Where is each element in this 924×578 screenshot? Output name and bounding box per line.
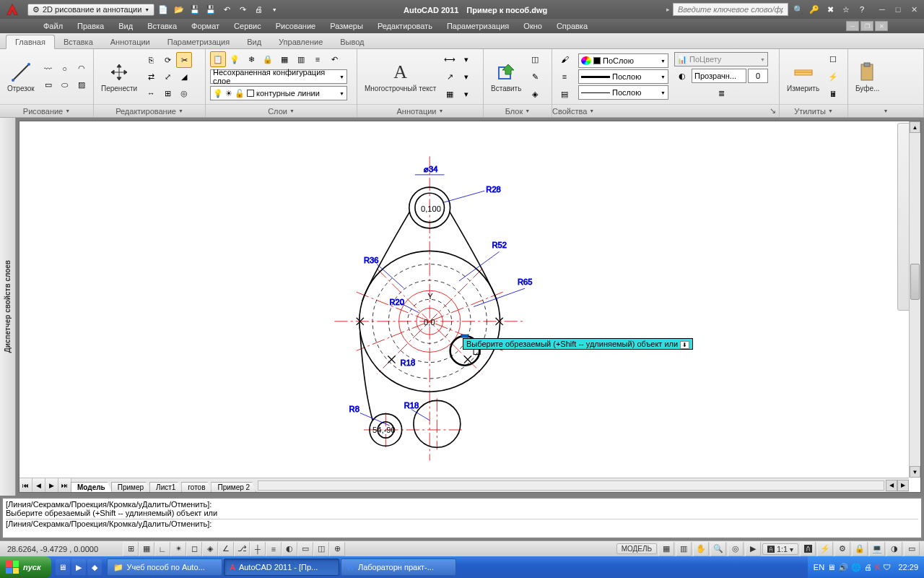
stretch-icon[interactable]: ↔: [143, 85, 159, 101]
anno-auto-icon[interactable]: ⚡: [817, 542, 833, 556]
sheet-nav-last[interactable]: ⏭: [58, 478, 71, 492]
model-space-button[interactable]: МОДЕЛЬ: [616, 543, 657, 554]
doc-close-button[interactable]: ✕: [875, 21, 888, 31]
tpy-toggle[interactable]: ◐: [282, 542, 297, 556]
ribbon-tab-home[interactable]: Главная: [6, 35, 55, 49]
layer-state-dropdown[interactable]: Несохраненная конфигурация слое▼: [210, 69, 347, 84]
offset-icon[interactable]: ◎: [176, 85, 192, 101]
layer-off-icon[interactable]: 💡: [227, 51, 243, 67]
layer-freeze-icon[interactable]: ❄: [243, 51, 259, 67]
layer-prev-icon[interactable]: ↶: [326, 51, 342, 67]
key-icon[interactable]: 🔑: [807, 2, 821, 17]
cmd-prompt[interactable]: [Линия/Секрамка/Проекция/Кромка/уДалить/…: [6, 519, 918, 528]
qat-save-icon[interactable]: 💾: [188, 2, 202, 17]
layer-palette-collapsed[interactable]: Диспетчер свойств слоев: [0, 118, 16, 496]
mirror-icon[interactable]: ⇄: [143, 69, 159, 85]
qview-layouts-icon[interactable]: ▦: [658, 542, 674, 556]
lineweight-dropdown[interactable]: Послою▼: [578, 69, 668, 84]
ducs-toggle[interactable]: ⎇: [234, 542, 250, 556]
menu-draw[interactable]: Рисование: [269, 20, 323, 32]
qat-saveas-icon[interactable]: 💾: [204, 2, 218, 17]
matchprop-icon[interactable]: 🖌: [557, 51, 572, 67]
calc-icon[interactable]: 🖩: [825, 86, 841, 102]
anno-vis-icon[interactable]: 🅰: [800, 542, 816, 556]
zoom-icon[interactable]: 🔍: [710, 542, 726, 556]
doc-min-button[interactable]: ─: [846, 21, 859, 31]
layer-uniso-icon[interactable]: ▥: [293, 51, 309, 67]
qview-drawings-icon[interactable]: ▥: [676, 542, 692, 556]
menu-edit[interactable]: Правка: [70, 20, 111, 32]
exchange-icon[interactable]: ✖: [823, 2, 837, 17]
showmotion-icon[interactable]: ▶: [745, 542, 761, 556]
plotstyle-dropdown[interactable]: 📊ПоЦвету▼: [674, 52, 768, 66]
taskbar-item-1[interactable]: 📁Учеб пособ по Auto...: [107, 558, 222, 576]
color-dropdown[interactable]: ПоСлою▼: [578, 53, 668, 68]
pan-icon[interactable]: ✋: [693, 542, 709, 556]
trim-icon[interactable]: ✂: [176, 52, 192, 68]
maximize-button[interactable]: □: [891, 4, 905, 15]
doc-restore-button[interactable]: ❐: [860, 21, 873, 31]
hardware-accel-icon[interactable]: 💻: [869, 542, 885, 556]
am-toggle[interactable]: ⊕: [329, 542, 345, 556]
move-button[interactable]: Перенести: [98, 60, 140, 94]
paste-button[interactable]: Буфе...: [853, 60, 882, 94]
scrollbar-vertical[interactable]: ▲ ▼: [909, 121, 920, 478]
3dosnap-toggle[interactable]: ◈: [202, 542, 218, 556]
scale-icon[interactable]: ⤢: [160, 69, 175, 85]
isolate-icon[interactable]: ◑: [886, 542, 902, 556]
copy-icon[interactable]: ⎘: [143, 52, 159, 68]
attr-block-icon[interactable]: ◈: [527, 86, 543, 102]
qselect-icon[interactable]: ⚡: [825, 69, 841, 85]
close-button[interactable]: ✕: [907, 4, 921, 15]
favorite-icon[interactable]: ☆: [839, 2, 853, 17]
linetype-dropdown[interactable]: Послою▼: [578, 85, 668, 100]
layer-current-dropdown[interactable]: 💡☀🔓 контурные линии▼: [210, 86, 347, 100]
fillet-icon[interactable]: ◢: [176, 69, 192, 85]
tray-icon[interactable]: K: [875, 563, 880, 571]
toolbar-lock-icon[interactable]: 🔒: [852, 542, 868, 556]
layer-iso-icon[interactable]: ▦: [276, 51, 292, 67]
taskbar-item-3[interactable]: WЛабораторн практ-...: [341, 558, 456, 576]
tray-icon[interactable]: 🔊: [838, 563, 848, 572]
tray-clock[interactable]: 22:29: [894, 563, 918, 571]
tray-icon[interactable]: 🖥: [827, 563, 835, 571]
transparency-icon[interactable]: ◐: [674, 68, 690, 84]
scrollbar-horizontal[interactable]: [258, 480, 884, 491]
list-props-icon[interactable]: ≣: [674, 85, 768, 101]
rect-icon[interactable]: ▭: [40, 77, 56, 93]
qat-undo-icon[interactable]: ↶: [219, 2, 234, 17]
grid-toggle[interactable]: ▦: [139, 542, 154, 556]
polar-toggle[interactable]: ✴: [170, 542, 186, 556]
hatch-icon[interactable]: ▨: [74, 77, 90, 93]
table-icon[interactable]: ▦: [442, 86, 458, 102]
ribbon-tab-view[interactable]: Вид: [238, 35, 270, 48]
ribbon-tab-manage[interactable]: Управление: [270, 35, 331, 48]
menu-tools[interactable]: Сервис: [227, 20, 269, 32]
circle-icon[interactable]: ○: [57, 61, 73, 77]
snap-toggle[interactable]: ⊞: [123, 542, 139, 556]
sheet-nav-first[interactable]: ⏮: [19, 478, 32, 492]
sheet-tab-3[interactable]: готов: [181, 482, 212, 492]
sc-toggle[interactable]: ◫: [313, 542, 329, 556]
ribbon-tab-param[interactable]: Параметризация: [159, 35, 238, 48]
coordinate-readout[interactable]: 28.6264, -9.4729 , 0.0000: [0, 545, 123, 553]
qat-print-icon[interactable]: 🖨: [251, 2, 266, 17]
select-icon[interactable]: ☐: [825, 51, 841, 67]
sheet-tab-model[interactable]: Модель: [71, 482, 112, 492]
qat-open-icon[interactable]: 📂: [172, 2, 186, 17]
qat-new-icon[interactable]: 📄: [156, 2, 170, 17]
layer-match-icon[interactable]: ≡: [310, 51, 326, 67]
sheet-tab-2[interactable]: Лист1: [149, 482, 182, 492]
ws-switch-icon[interactable]: ⚙: [834, 542, 850, 556]
rotate-icon[interactable]: ⟳: [160, 52, 175, 68]
menu-view[interactable]: Вид: [111, 20, 140, 32]
lwt-toggle[interactable]: ≡: [266, 542, 282, 556]
tray-icon[interactable]: 🛡: [883, 563, 891, 571]
table-dd-icon[interactable]: ▾: [458, 86, 474, 102]
minimize-button[interactable]: ─: [875, 4, 889, 15]
menu-modify[interactable]: Редактировать: [370, 20, 440, 32]
anno-scale-button[interactable]: 🅰 1:1 ▾: [762, 543, 798, 555]
sheet-tab-4[interactable]: Пример 2: [211, 482, 256, 492]
taskbar-item-2[interactable]: AAutoCAD 2011 - [Пр...: [224, 558, 339, 576]
ribbon-tab-insert[interactable]: Вставка: [55, 35, 102, 48]
